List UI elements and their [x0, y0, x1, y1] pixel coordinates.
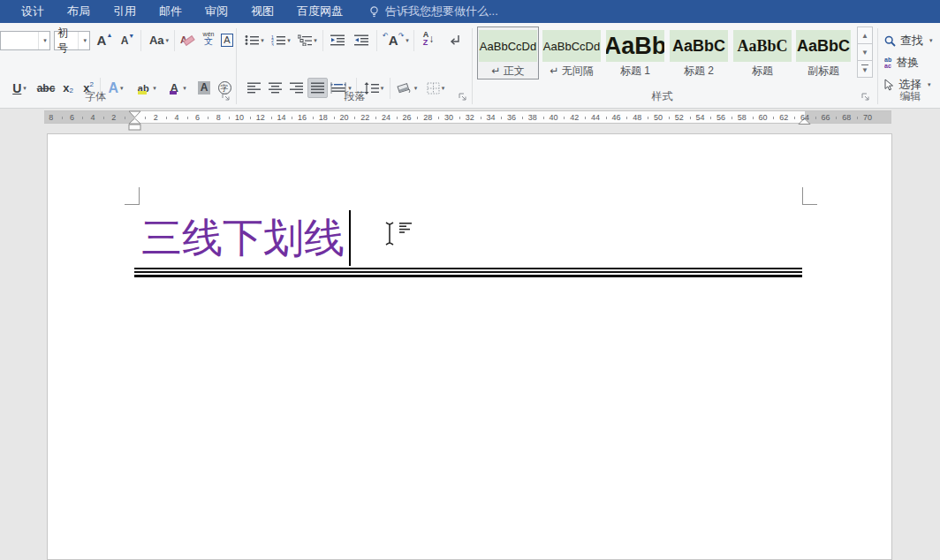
ruler-number: 36 [507, 112, 516, 123]
ruler-number: 24 [382, 112, 390, 123]
ruler-number: 58 [738, 112, 747, 123]
chevron-down-icon[interactable]: ▾ [78, 32, 89, 49]
font-size-combobox[interactable]: 初号 ▾ [54, 31, 90, 50]
styles-scroll-up-button[interactable]: ▲ [857, 26, 873, 44]
tab-baidu-netdisk[interactable]: 百度网盘 [285, 0, 354, 23]
ruler-tick [62, 117, 63, 119]
ruler-tick [229, 117, 230, 119]
style-name: ↵ 正文 [491, 64, 524, 79]
ruler-number: 40 [549, 112, 557, 123]
tab-view[interactable]: 视图 [239, 0, 285, 23]
paragraph-group-label: 段落 [239, 89, 471, 104]
shrink-font-button[interactable]: A ▼ [118, 30, 138, 50]
hanging-indent-marker[interactable] [128, 117, 141, 132]
styles-scroll-down-button[interactable]: ▼ [857, 43, 873, 61]
tab-mailings[interactable]: 邮件 [148, 0, 193, 23]
numbering-button[interactable]: 123 ▾ [269, 30, 293, 50]
ruler-number: 42 [570, 112, 579, 123]
ribbon-tab-bar: 设计 布局 引用 邮件 审阅 视图 百度网盘 告诉我您想要做什么... [0, 0, 940, 23]
margin-crop-mark-left [125, 187, 140, 205]
ruler-tick [292, 117, 292, 119]
tab-review[interactable]: 审阅 [193, 0, 239, 23]
font-name-combobox[interactable]: ▾ [0, 31, 50, 50]
style-heading1[interactable]: AaBb 标题 1 [604, 26, 666, 79]
ruler-number: 20 [339, 112, 348, 123]
ruler-number: 4 [174, 112, 178, 123]
ruler-tick [626, 117, 627, 119]
styles-group: AaBbCcDd ↵ 正文 AaBbCcDd ↵ 无间隔 AaBb 标题 1 A… [474, 23, 876, 108]
ruler-number: 6 [70, 112, 74, 123]
horizontal-ruler[interactable]: 8642246810121416182022242628303234363840… [44, 110, 891, 124]
ruler-number: 6 [195, 112, 200, 123]
show-hide-marks-button[interactable] [444, 30, 466, 50]
document-page[interactable]: 三线下划线 [47, 133, 892, 560]
chevron-down-icon[interactable]: ▾ [38, 32, 49, 49]
find-button[interactable]: 查找 ▾ [884, 31, 933, 50]
ruler-number: 64 [800, 112, 809, 123]
click-and-type-align-icon [399, 223, 415, 235]
style-title[interactable]: AaBbC 标题 [732, 26, 793, 79]
ruler-tick [187, 117, 188, 119]
styles-group-label: 样式 [474, 89, 850, 104]
character-border-button[interactable]: A [219, 30, 235, 50]
ruler-tick [250, 117, 251, 119]
ruler-tick [564, 117, 565, 119]
ruler-number: 34 [486, 112, 495, 123]
ibeam-cursor [384, 221, 395, 246]
sort-button[interactable]: A Z ↓ [417, 28, 440, 49]
ruler-tick [103, 117, 104, 119]
ruler-number: 22 [360, 112, 369, 123]
grow-font-button[interactable]: A ▲ [95, 30, 115, 50]
editing-group: 查找 ▾ ab ac 替换 选择 ▾ 编辑 [881, 23, 940, 108]
increase-indent-button[interactable] [351, 30, 373, 50]
lightbulb-icon [368, 5, 380, 19]
ruler-number: 50 [654, 112, 663, 123]
ruler-number: 38 [528, 112, 537, 123]
font-dialog-launcher-icon[interactable] [222, 93, 232, 103]
word-window: 设计 布局 引用 邮件 审阅 视图 百度网盘 告诉我您想要做什么... ▾ [0, 0, 940, 560]
change-case-button[interactable]: Aa ▾ [145, 30, 173, 50]
ruler-tick [125, 117, 125, 119]
ruler-number: 8 [49, 112, 53, 123]
style-name: ↵ 无间隔 [550, 64, 593, 79]
style-subtitle[interactable]: AaBbC 副标题 [795, 26, 852, 79]
tab-references[interactable]: 引用 [102, 0, 148, 23]
ruler-tick [334, 117, 335, 119]
ruler-number: 18 [319, 112, 328, 123]
ruler-number: 8 [216, 112, 221, 123]
ruler-tick [606, 117, 607, 119]
paragraph-dialog-launcher-icon[interactable] [459, 93, 469, 103]
tab-layout[interactable]: 布局 [56, 0, 102, 23]
ruler-tick [648, 117, 648, 119]
ruler-number: 12 [256, 112, 265, 123]
asian-layout-button[interactable]: ↶ A ↷ ▾ [380, 30, 412, 50]
style-no-spacing[interactable]: AaBbCcDd ↵ 无间隔 [541, 26, 603, 79]
multilevel-list-button[interactable]: ▾ [295, 30, 320, 50]
tab-design[interactable]: 设计 [10, 0, 56, 23]
ruler-tick [501, 117, 502, 119]
clear-formatting-button[interactable]: A [178, 30, 197, 50]
ruler-tick [522, 117, 523, 119]
styles-more-button[interactable]: ▼ [857, 60, 873, 78]
ruler-number: 16 [298, 112, 307, 123]
text-caret [349, 210, 351, 266]
tell-me-label: 告诉我您想要做什么... [385, 4, 498, 19]
svg-text:3: 3 [271, 42, 274, 47]
style-normal[interactable]: AaBbCcDd ↵ 正文 [477, 26, 539, 79]
ruler-number: 46 [612, 112, 621, 123]
bullets-button[interactable]: ▾ [242, 30, 267, 50]
margin-crop-mark-right [802, 187, 817, 205]
styles-dialog-launcher-icon[interactable] [861, 93, 872, 103]
ruler-tick [710, 117, 711, 119]
ruler-tick [313, 117, 314, 119]
replace-button[interactable]: ab ac 替换 [884, 53, 919, 72]
phonetic-guide-button[interactable]: wén 文 [199, 28, 218, 49]
document-text[interactable]: 三线下划线 [141, 216, 345, 261]
tell-me-box[interactable]: 告诉我您想要做什么... [368, 4, 498, 19]
font-group-label: 字体 [0, 89, 191, 104]
ruler-number: 52 [675, 112, 684, 123]
ruler-tick [857, 117, 858, 119]
character-shading-button[interactable]: A [195, 78, 213, 98]
style-heading2[interactable]: AaBbC 标题 2 [668, 26, 730, 79]
decrease-indent-button[interactable] [327, 30, 349, 50]
